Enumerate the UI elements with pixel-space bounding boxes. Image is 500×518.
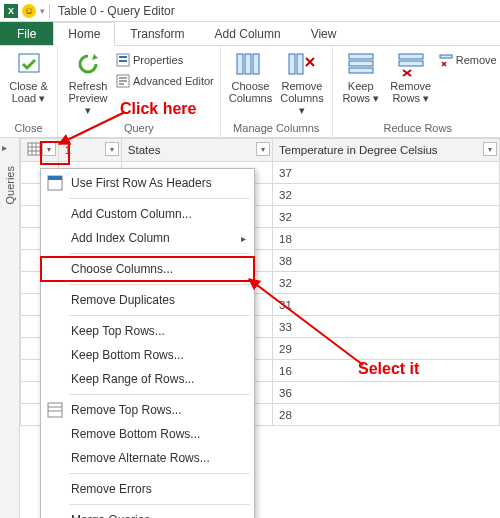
column-header-states[interactable]: States ▾ bbox=[121, 139, 272, 162]
menu-separator bbox=[69, 253, 250, 254]
svg-rect-18 bbox=[48, 176, 62, 180]
menu-label: Use First Row As Headers bbox=[71, 176, 212, 190]
menu-keep-bottom-rows[interactable]: Keep Bottom Rows... bbox=[41, 343, 254, 367]
refresh-preview-button[interactable]: Refresh Preview ▾ bbox=[64, 48, 112, 116]
menu-remove-errors[interactable]: Remove Errors bbox=[41, 477, 254, 501]
menu-use-first-row[interactable]: Use First Row As Headers bbox=[41, 171, 254, 195]
menu-keep-top-rows[interactable]: Keep Top Rows... bbox=[41, 319, 254, 343]
expand-queries-icon[interactable]: ▸ bbox=[2, 142, 7, 153]
svg-rect-14 bbox=[399, 61, 423, 66]
cell-temp: 33 bbox=[273, 316, 500, 338]
chevron-down-icon[interactable]: ▾ bbox=[40, 6, 45, 16]
cell-temp: 18 bbox=[273, 228, 500, 250]
column-header-temperature[interactable]: Temperature in Degree Celsius ▾ bbox=[273, 139, 500, 162]
svg-rect-9 bbox=[297, 54, 303, 74]
chevron-down-icon[interactable]: ▾ bbox=[105, 142, 119, 156]
menu-remove-alternate-rows[interactable]: Remove Alternate Rows... bbox=[41, 446, 254, 470]
keep-rows-icon bbox=[345, 50, 377, 78]
chevron-down-icon[interactable]: ▾ bbox=[483, 142, 497, 156]
ribbon: Close & Load ▾ Close Refresh Preview ▾ P… bbox=[0, 46, 500, 138]
queries-pane-label: Queries bbox=[4, 166, 16, 205]
column-header-1[interactable]: 1 ▾ bbox=[58, 139, 121, 162]
cell-temp: 29 bbox=[273, 338, 500, 360]
menu-separator bbox=[69, 315, 250, 316]
menu-choose-columns[interactable]: Choose Columns... bbox=[41, 257, 254, 281]
tab-add-column[interactable]: Add Column bbox=[200, 22, 296, 45]
menu-label: Choose Columns... bbox=[71, 262, 173, 276]
close-and-load-button[interactable]: Close & Load ▾ bbox=[6, 48, 51, 104]
group-close-label: Close bbox=[6, 120, 51, 137]
table-icon bbox=[47, 402, 63, 418]
menu-add-index-column[interactable]: Add Index Column▸ bbox=[41, 226, 254, 250]
svg-rect-7 bbox=[253, 54, 259, 74]
column-header-1-label: 1 bbox=[65, 144, 71, 156]
svg-rect-3 bbox=[119, 60, 127, 62]
divider bbox=[49, 4, 50, 18]
table-corner-button[interactable]: ▾ bbox=[21, 139, 59, 162]
properties-button[interactable]: Properties bbox=[116, 50, 214, 70]
table-icon bbox=[47, 175, 63, 191]
menu-label: Merge Queries... bbox=[71, 513, 160, 518]
menu-label: Add Custom Column... bbox=[71, 207, 192, 221]
menu-keep-range-rows[interactable]: Keep Range of Rows... bbox=[41, 367, 254, 391]
excel-icon: X bbox=[4, 4, 18, 18]
remove-columns-label: Remove Columns ▾ bbox=[278, 80, 326, 116]
cell-temp: 36 bbox=[273, 382, 500, 404]
remove-rows-label: Remove Rows ▾ bbox=[387, 80, 435, 104]
remove-columns-icon bbox=[286, 50, 318, 78]
menu-separator bbox=[69, 504, 250, 505]
tab-home[interactable]: Home bbox=[53, 22, 115, 46]
group-query: Refresh Preview ▾ Properties Advanced Ed… bbox=[58, 46, 221, 137]
advanced-editor-label: Advanced Editor bbox=[133, 75, 214, 87]
choose-columns-icon bbox=[234, 50, 266, 78]
smiley-icon: ☺ bbox=[22, 4, 36, 18]
tab-file[interactable]: File bbox=[0, 22, 53, 45]
properties-label: Properties bbox=[133, 54, 183, 66]
keep-rows-label: Keep Rows ▾ bbox=[339, 80, 383, 104]
properties-icon bbox=[116, 53, 130, 67]
svg-rect-15 bbox=[440, 55, 452, 58]
column-header-states-label: States bbox=[128, 144, 161, 156]
cell-temp: 28 bbox=[273, 404, 500, 426]
tab-transform[interactable]: Transform bbox=[115, 22, 199, 45]
close-load-label: Close & Load ▾ bbox=[6, 80, 51, 104]
ribbon-tabs: File Home Transform Add Column View bbox=[0, 22, 500, 46]
cell-temp: 32 bbox=[273, 184, 500, 206]
svg-rect-8 bbox=[289, 54, 295, 74]
menu-add-custom-column[interactable]: Add Custom Column... bbox=[41, 202, 254, 226]
chevron-down-icon[interactable]: ▾ bbox=[256, 142, 270, 156]
context-menu: Use First Row As Headers Add Custom Colu… bbox=[40, 168, 255, 518]
menu-separator bbox=[69, 394, 250, 395]
chevron-down-icon[interactable]: ▾ bbox=[42, 142, 56, 156]
menu-remove-bottom-rows[interactable]: Remove Bottom Rows... bbox=[41, 422, 254, 446]
cell-temp: 16 bbox=[273, 360, 500, 382]
cell-temp: 31 bbox=[273, 294, 500, 316]
remove-columns-button[interactable]: Remove Columns ▾ bbox=[278, 48, 326, 116]
advanced-editor-button[interactable]: Advanced Editor bbox=[116, 71, 214, 91]
tab-view[interactable]: View bbox=[296, 22, 352, 45]
menu-separator bbox=[69, 473, 250, 474]
choose-columns-label: Choose Columns bbox=[227, 80, 275, 104]
remove-rows-button[interactable]: Remove Rows ▾ bbox=[387, 48, 435, 104]
menu-merge-queries[interactable]: Merge Queries... bbox=[41, 508, 254, 518]
queries-pane-tab[interactable]: Queries bbox=[0, 138, 20, 518]
table-icon bbox=[27, 142, 41, 156]
keep-rows-button[interactable]: Keep Rows ▾ bbox=[339, 48, 383, 104]
cell-temp: 32 bbox=[273, 272, 500, 294]
svg-rect-11 bbox=[349, 61, 373, 66]
menu-remove-top-rows[interactable]: Remove Top Rows... bbox=[41, 398, 254, 422]
choose-columns-button[interactable]: Choose Columns bbox=[227, 48, 275, 104]
cell-temp: 37 bbox=[273, 162, 500, 184]
group-close: Close & Load ▾ Close bbox=[0, 46, 58, 137]
svg-rect-2 bbox=[119, 56, 127, 58]
remove-small-icon bbox=[439, 53, 453, 67]
refresh-icon bbox=[72, 50, 104, 78]
menu-remove-duplicates[interactable]: Remove Duplicates bbox=[41, 288, 254, 312]
remove-small-button[interactable]: Remove bbox=[439, 50, 497, 70]
group-query-label: Query bbox=[64, 120, 214, 137]
svg-rect-0 bbox=[19, 54, 39, 72]
group-reduce-rows: Keep Rows ▾ Remove Rows ▾ Remove Reduce … bbox=[333, 46, 500, 137]
svg-rect-19 bbox=[48, 403, 62, 417]
menu-label: Remove Bottom Rows... bbox=[71, 427, 200, 441]
cell-temp: 38 bbox=[273, 250, 500, 272]
